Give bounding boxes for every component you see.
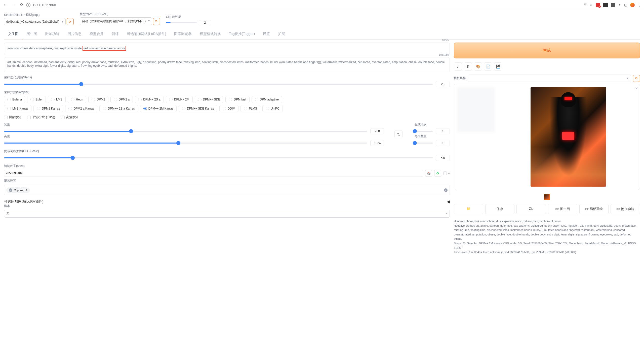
prompt-input[interactable]: skin from chaos,dark atmosphere, dust ex… [4, 43, 450, 55]
hires-checkbox[interactable]: 高清修复 [61, 115, 78, 119]
file-button[interactable]: 📄 [484, 62, 492, 71]
negative-prompt-input[interactable]: art, anime, cartoon, deformed, bad anato… [4, 57, 450, 72]
sampler-Euler-a[interactable]: Euler a [4, 96, 25, 103]
sampler-DPM++-2M-Karras[interactable]: DPM++ 2M Karras [140, 105, 177, 112]
puzzle-icon[interactable]: ✦ [618, 3, 621, 7]
gallery-thumbnail[interactable] [544, 194, 550, 200]
cfg-value[interactable]: 5.5 [436, 155, 450, 161]
sampler-DPM2-Karras[interactable]: DPM2 Karras [33, 105, 63, 112]
send-inpaint-button[interactable]: >> 局部重绘 [579, 204, 609, 214]
tab-10[interactable]: 设置 [259, 29, 274, 39]
seed-input[interactable] [4, 170, 423, 177]
lora-toggle-icon[interactable]: ◀ [447, 199, 450, 204]
sampler-LMS[interactable]: LMS [48, 96, 66, 103]
result-gallery: × [454, 84, 640, 190]
width-value[interactable]: 768 [370, 128, 384, 134]
refresh-checkpoint-button[interactable]: ⟳ [67, 18, 74, 25]
tab-8[interactable]: 模型格式转换 [196, 29, 225, 39]
edit-button[interactable]: ↙ [454, 62, 462, 71]
sampler-DPM++-SDE[interactable]: DPM++ SDE [195, 96, 224, 103]
reload-icon[interactable]: ⟳ [20, 2, 23, 8]
save-button[interactable]: 💾 [494, 62, 502, 71]
profile-icon[interactable] [630, 3, 635, 7]
checkpoint-select[interactable]: deliberate_v2.safetensors [9aba26abdf] [4, 18, 66, 25]
cfg-slider[interactable] [4, 157, 433, 158]
generation-info: skin from chaos,dark atmosphere, dust ex… [454, 219, 640, 255]
generated-image[interactable] [531, 87, 606, 187]
send-extras-button[interactable]: >> 附加功能 [611, 204, 640, 214]
close-icon[interactable]: × [635, 86, 638, 91]
sampler-DDIM[interactable]: DDIM [219, 105, 239, 112]
tab-7[interactable]: 图库浏览器 [170, 29, 196, 39]
folder-button[interactable]: 📁 [454, 204, 483, 214]
recycle-button[interactable]: ♻ [434, 170, 441, 177]
info-icon[interactable]: i [26, 3, 30, 7]
tab-4[interactable]: 模型合并 [86, 29, 108, 39]
save-image-button[interactable]: 保存 [485, 204, 515, 214]
height-value[interactable]: 1024 [370, 140, 384, 146]
sampler-Euler[interactable]: Euler [27, 96, 46, 103]
tiling-checkbox[interactable]: 平铺/分块 (Tiling) [27, 115, 55, 119]
batch-count-label: 生成批次 [415, 122, 450, 127]
sampler-DPM-adaptive[interactable]: DPM adaptive [252, 96, 282, 103]
refresh-vae-button[interactable]: ⟳ [153, 18, 160, 25]
batch-count-slider[interactable] [415, 131, 433, 132]
clip-value[interactable]: 2 [199, 20, 211, 25]
generate-button[interactable]: 生成 [454, 43, 640, 58]
height-slider[interactable] [4, 143, 367, 144]
star-icon[interactable]: ☆ [590, 3, 593, 7]
swap-dimensions-button[interactable]: ⇅ [394, 130, 403, 138]
sampler-DPM++-SDE-Karras[interactable]: DPM++ SDE Karras [179, 105, 217, 112]
refresh-template-button[interactable]: ⟳ [633, 75, 640, 82]
tab-6[interactable]: 可选附加网络(LoRA插件) [123, 29, 170, 39]
tab-0[interactable]: 文生图 [4, 29, 23, 39]
window-icon[interactable]: ▢ [624, 3, 627, 7]
width-slider[interactable] [4, 131, 367, 132]
batch-size-value[interactable]: 1 [436, 140, 450, 146]
trash-button[interactable]: 🗑 [464, 62, 472, 71]
sampler-Heun[interactable]: Heun [68, 96, 87, 103]
script-select[interactable]: 无 [4, 210, 450, 218]
sampler-DPM++-2S-a-Karras[interactable]: DPM++ 2S a Karras [99, 105, 138, 112]
share-icon[interactable]: ⇱ [584, 3, 587, 7]
tab-5[interactable]: 训练 [108, 29, 123, 39]
clear-overrides-icon[interactable]: × [444, 188, 448, 192]
tab-9[interactable]: Tag反推(Tagger) [225, 29, 259, 39]
sampler-DPM2-a-Karras[interactable]: DPM2 a Karras [65, 105, 97, 112]
menu-icon[interactable]: ⋮ [638, 3, 641, 7]
batch-size-slider[interactable] [415, 143, 433, 144]
extension-icon-1[interactable] [596, 3, 600, 7]
tab-11[interactable]: 扩展 [274, 29, 289, 39]
tab-1[interactable]: 图生图 [23, 29, 41, 39]
sampler-DPM2-a[interactable]: DPM2 a [110, 96, 133, 103]
tab-2[interactable]: 附加功能 [41, 29, 63, 39]
sampler-LMS-Karras[interactable]: LMS Karras [4, 105, 31, 112]
steps-slider[interactable] [4, 84, 433, 85]
sampler-DPM2[interactable]: DPM2 [88, 96, 108, 103]
steps-value[interactable]: 28 [436, 81, 450, 87]
clip-label: Clip 跳过层 [166, 15, 211, 19]
override-chip[interactable]: ×Clip skip: 1 [6, 187, 30, 193]
send-img2img-button[interactable]: >> 图生图 [548, 204, 577, 214]
extra-seed-checkbox[interactable]: ▾ [443, 171, 450, 175]
face-fix-checkbox[interactable]: 面部修复 [4, 115, 21, 119]
batch-size-label: 每批数量 [415, 134, 450, 139]
zip-button[interactable]: Zip [516, 204, 546, 214]
remove-chip-icon[interactable]: × [9, 188, 12, 192]
sampler-UniPC[interactable]: UniPC [262, 105, 283, 112]
sampler-DPM-fast[interactable]: DPM fast [225, 96, 249, 103]
extension-icon-3[interactable] [611, 3, 615, 7]
extension-icon-2[interactable] [603, 3, 608, 7]
forward-arrow[interactable]: → [12, 2, 16, 8]
sampler-DPM++-2M[interactable]: DPM++ 2M [166, 96, 193, 103]
clip-slider[interactable] [166, 22, 197, 23]
sampler-DPM++-2S-a[interactable]: DPM++ 2S a [135, 96, 164, 103]
vae-select[interactable]: 自动（仅加载与模型同名的VAE，未找到时不...) [80, 17, 152, 25]
dice-button[interactable]: 🎲 [425, 170, 432, 177]
template-select[interactable] [468, 75, 631, 82]
back-arrow[interactable]: ← [3, 2, 8, 8]
tab-3[interactable]: 图片信息 [63, 29, 86, 39]
sampler-PLMS[interactable]: PLMS [240, 105, 260, 112]
palette-button[interactable]: 🎨 [474, 62, 482, 71]
batch-count-value[interactable]: 1 [436, 128, 450, 134]
